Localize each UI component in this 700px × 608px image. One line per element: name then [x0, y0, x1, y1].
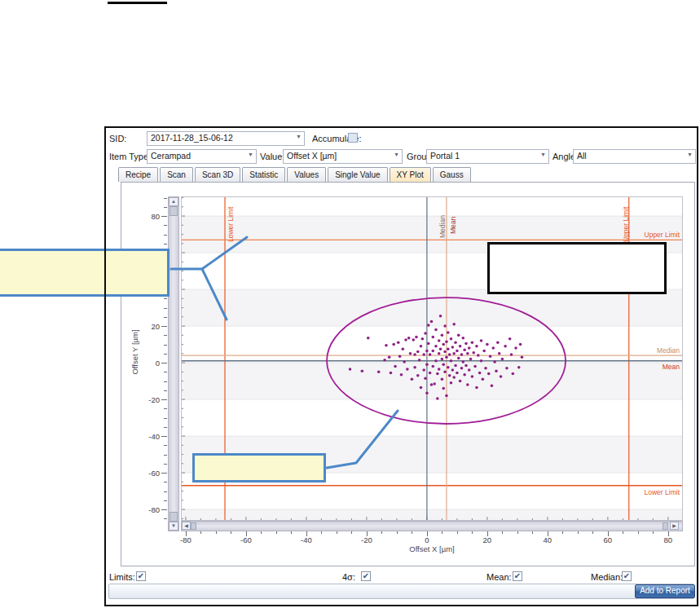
data-point	[438, 368, 441, 371]
vertical-scrollbar-thumb[interactable]	[169, 206, 178, 216]
data-point	[445, 340, 448, 343]
tab-single-value[interactable]: Single Value	[328, 167, 387, 182]
x-tick	[200, 531, 201, 534]
data-point	[390, 372, 393, 375]
horizontal-scrollbar[interactable]: ◀ ▶	[181, 521, 683, 531]
tab-recipe[interactable]: Recipe	[118, 167, 158, 182]
vertical-scrollbar[interactable]: ▲ ▼	[168, 196, 179, 531]
data-point	[367, 337, 370, 340]
y-tick	[164, 381, 167, 382]
x-tick	[532, 531, 533, 534]
x-tick-label: -60	[231, 535, 261, 544]
data-point	[471, 341, 474, 345]
scroll-down-button[interactable]: ▼	[169, 522, 178, 531]
left-note-box[interactable]	[0, 249, 169, 297]
y-tick	[164, 298, 167, 299]
y-axis: 806040200-20-40-60-80	[131, 196, 167, 521]
data-point	[450, 337, 453, 341]
x-tick	[261, 531, 262, 534]
data-point	[418, 359, 421, 362]
y-tick-label: -20	[134, 395, 160, 404]
data-point	[510, 353, 513, 356]
scroll-up-button[interactable]: ▲	[169, 197, 178, 206]
x-tick-label: -20	[352, 535, 381, 544]
cropped-heading-underline	[108, 2, 167, 4]
y-tick	[164, 455, 167, 456]
value-combobox[interactable]: Offset X [µm]▼	[283, 149, 403, 164]
tab-scan[interactable]: Scan	[160, 167, 193, 182]
data-point	[388, 356, 391, 359]
data-point	[448, 353, 451, 356]
data-point	[420, 386, 423, 390]
y-tick	[164, 345, 167, 346]
group-combobox[interactable]: Portal 1▼	[426, 149, 549, 164]
accumulate-checkbox[interactable]	[348, 133, 358, 143]
angle-combobox[interactable]: All▼	[573, 149, 696, 164]
tab-xy-plot[interactable]: XY Plot	[390, 167, 431, 182]
data-point	[406, 368, 409, 371]
data-point	[407, 337, 411, 340]
chevron-down-icon: ▼	[394, 152, 399, 157]
tab-statistic[interactable]: Statistic	[242, 167, 285, 182]
vertical-scrollbar-thumb[interactable]	[169, 512, 178, 522]
add-to-report-button[interactable]: Add to Report	[635, 584, 695, 598]
data-point	[461, 337, 464, 340]
data-point	[422, 368, 425, 372]
data-point	[427, 324, 430, 327]
data-point	[459, 345, 462, 348]
option-label-limitss: Limits:	[109, 572, 135, 582]
data-point	[460, 353, 464, 356]
tab-values[interactable]: Values	[287, 167, 326, 182]
data-point	[438, 352, 441, 355]
data-point	[429, 353, 432, 356]
sid-combobox[interactable]: 2017-11-28_15-06-12▼	[147, 131, 305, 146]
data-point	[500, 375, 503, 378]
y-tick	[161, 509, 167, 510]
x-tick	[623, 531, 623, 534]
data-point	[361, 369, 364, 372]
scroll-left-button[interactable]: ◀	[182, 522, 191, 530]
data-point	[466, 383, 469, 386]
data-point	[484, 367, 487, 370]
x-upper-limit-label: Upper Limit	[622, 206, 630, 242]
app-window: SID: 2017-11-28_15-06-12▼ Accumulate: It…	[104, 126, 698, 606]
data-point	[443, 324, 447, 328]
data-point	[450, 359, 453, 363]
sid-label: SID:	[109, 134, 126, 143]
horizontal-scrollbar-thumb[interactable]	[663, 522, 668, 530]
data-point	[447, 331, 450, 334]
x-tick	[442, 531, 442, 534]
horizontal-scrollbar-thumb[interactable]	[191, 522, 196, 530]
data-point	[425, 363, 429, 367]
data-point	[392, 343, 395, 346]
data-point	[403, 360, 406, 363]
x-tick	[216, 531, 217, 534]
data-point	[456, 372, 459, 375]
data-point	[445, 394, 448, 398]
item-type-combobox[interactable]: Cerampad▼	[147, 149, 257, 164]
x-tick	[412, 531, 412, 534]
data-point	[505, 367, 508, 370]
data-point	[422, 353, 425, 356]
x-axis: -80-60-40-20020406080	[181, 531, 683, 544]
option-checkbox-mean[interactable]: ✔	[513, 571, 522, 581]
data-point	[495, 369, 498, 372]
option-checkbox-4sigma[interactable]: ✔	[361, 571, 371, 581]
tab-gauss[interactable]: Gauss	[433, 167, 471, 182]
data-point	[451, 346, 455, 349]
data-point	[416, 350, 420, 354]
mean-x-label: Mean	[449, 216, 457, 234]
x-tick	[517, 531, 518, 534]
data-point	[434, 328, 438, 332]
data-point	[480, 359, 483, 363]
data-point	[434, 359, 438, 363]
tab-scan-3d[interactable]: Scan 3D	[195, 167, 240, 182]
scroll-right-button[interactable]: ▶	[670, 522, 679, 530]
white-annotation-box[interactable]	[487, 242, 667, 294]
data-point	[413, 366, 416, 369]
y-tick-label: -60	[134, 469, 160, 478]
data-point	[486, 343, 489, 346]
bottom-note-box[interactable]	[192, 453, 326, 482]
option-checkbox-limits[interactable]: ✔	[136, 571, 146, 581]
option-checkbox-median[interactable]: ✔	[622, 571, 632, 581]
